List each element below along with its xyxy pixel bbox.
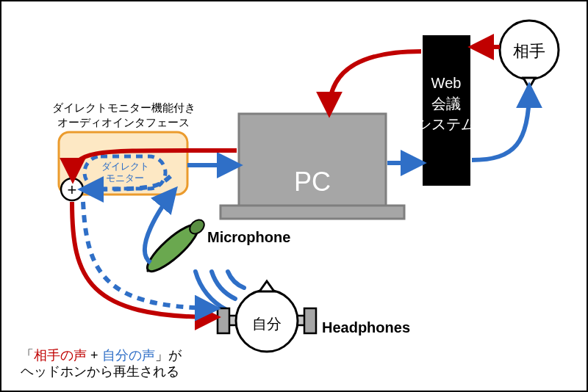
- caption-line2: ヘッドホンから再生される: [21, 364, 179, 379]
- interface-caption-2: オーディオインタフェース: [57, 116, 190, 128]
- direct-monitor-label-1: ダイレクト: [101, 161, 149, 172]
- web-sys-label-1: Web: [431, 75, 462, 91]
- interface-caption-1: ダイレクトモニター機能付き: [52, 101, 196, 114]
- web-system-node: Web 会議 システム: [417, 35, 476, 186]
- sound-waves-icon: [196, 272, 244, 310]
- caption-plus: +: [87, 348, 102, 363]
- web-sys-label-2: 会議: [431, 95, 461, 112]
- microphone-label: Microphone: [207, 229, 290, 245]
- self-node: 自分 Headphones: [218, 281, 410, 352]
- self-label: 自分: [252, 316, 282, 332]
- peer-node: 相手: [500, 21, 559, 88]
- pc-node: PC: [220, 114, 404, 219]
- svg-rect-11: [304, 308, 316, 333]
- direct-monitor-label-2: モニター: [106, 173, 144, 184]
- svg-text:「相手の声 + 自分の声」が: 「相手の声 + 自分の声」が: [21, 348, 182, 363]
- caption: 「相手の声 + 自分の声」が ヘッドホンから再生される: [21, 348, 182, 379]
- diagram-canvas: PC Web 会議 システム 相手 ダイレクトモニター機能付き オーディオインタ…: [0, 0, 588, 392]
- svg-rect-10: [218, 308, 229, 333]
- mixer-plus-label: +: [68, 181, 77, 199]
- caption-red: 相手の声: [34, 348, 87, 363]
- caption-pre: 「: [21, 348, 34, 363]
- pc-label: PC: [294, 167, 331, 197]
- path-websys-to-peer: [472, 90, 529, 160]
- caption-post1: 」が: [155, 348, 182, 363]
- path-websys-to-pc: [329, 51, 421, 110]
- web-sys-label-3: システム: [417, 116, 476, 132]
- headphones-label: Headphones: [322, 319, 410, 335]
- microphone-icon: Microphone: [142, 217, 290, 277]
- svg-rect-1: [220, 206, 404, 219]
- caption-blue: 自分の声: [102, 348, 155, 363]
- peer-label: 相手: [513, 42, 545, 60]
